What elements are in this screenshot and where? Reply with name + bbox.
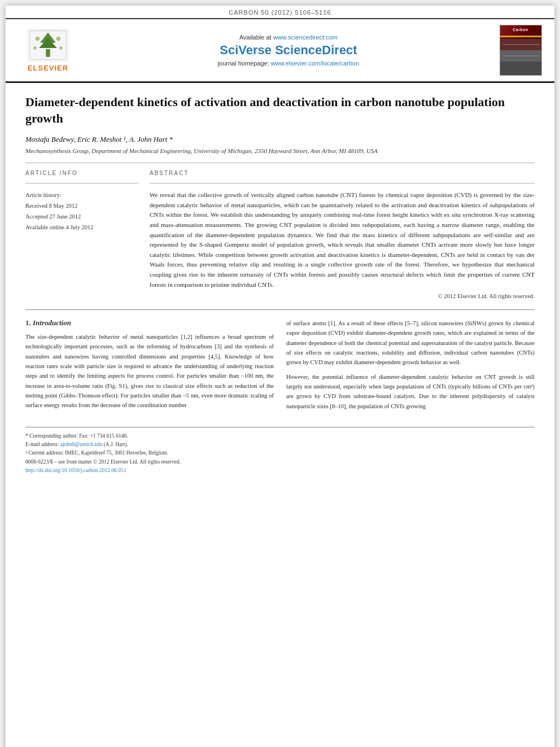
affiliation: Mechanosynthesis Group, Department of Me… <box>25 147 535 154</box>
body-left-column: 1. Introduction The size-dependent catal… <box>25 318 274 416</box>
homepage-url[interactable]: www.elsevier.com/locate/carbon <box>271 60 360 67</box>
abstract-text: We reveal that the collective growth of … <box>150 190 535 290</box>
article-info-label: ARTICLE INFO <box>25 170 138 176</box>
article-title: Diameter-dependent kinetics of activatio… <box>25 94 535 126</box>
copyright-line: © 2012 Elsevier Ltd. All rights reserved… <box>150 293 535 299</box>
svg-point-8 <box>59 46 63 50</box>
cover-title-text: Carbon <box>513 28 528 32</box>
elsevier-logo: ELSEVIER <box>17 25 79 76</box>
intro-title: Introduction <box>33 318 71 327</box>
svg-point-7 <box>33 46 37 50</box>
divider-4 <box>25 309 535 310</box>
intro-right-text: of surface atoms [1]. As a result of the… <box>286 318 535 411</box>
footnote-1: ¹ Current address: IMEC, Kapeldreef 75, … <box>25 449 535 457</box>
email-link[interactable]: ajohnh@umich.edu <box>60 442 102 447</box>
received-date: Received 8 May 2012 <box>25 201 138 212</box>
divider-1 <box>25 163 535 163</box>
divider-2 <box>25 183 138 184</box>
abstract-label: ABSTRACT <box>150 170 535 176</box>
journal-header: ELSEVIER Available at www.sciencedirect.… <box>6 19 554 83</box>
journal-citation-bar: CARBON 50 (2012) 5106–5116 <box>6 6 554 19</box>
cover-stripe-decoration <box>500 36 541 37</box>
intro-right-para-1: of surface atoms [1]. As a result of the… <box>286 318 535 368</box>
journal-citation: CARBON 50 (2012) 5106–5116 <box>229 9 331 16</box>
article-history: Article history: Received 8 May 2012 Acc… <box>25 190 138 233</box>
cover-image-area <box>500 39 541 75</box>
homepage-line: journal homepage: www.elsevier.com/locat… <box>218 60 360 67</box>
intro-section-number: 1. <box>25 318 31 327</box>
intro-para-1: The size-dependent catalytic behavior of… <box>25 332 274 410</box>
doi-link[interactable]: http://dx.doi.org/10.1016/j.carbon.2012.… <box>25 468 126 473</box>
main-content: Diameter-dependent kinetics of activatio… <box>6 83 554 486</box>
divider-3 <box>150 183 535 184</box>
email-attribution: (A.J. Hart). <box>104 442 128 447</box>
cover-image: Carbon <box>500 25 542 76</box>
svg-rect-2 <box>46 49 50 57</box>
footnote-doi: http://dx.doi.org/10.1016/j.carbon.2012.… <box>25 466 535 475</box>
sciverse-text: SciVerse ScienceDirect <box>220 43 357 57</box>
article-info-column: ARTICLE INFO Article history: Received 8… <box>25 170 138 299</box>
page: CARBON 50 (2012) 5106–5116 ELSEVIER <box>6 6 554 747</box>
intro-right-para-2: However, the potential influence of diam… <box>286 372 535 411</box>
intro-heading: 1. Introduction <box>25 318 274 327</box>
history-label: Article history: <box>25 190 138 201</box>
authors: Mostafa Bedewy, Eric R. Meshot ¹, A. Joh… <box>25 135 535 144</box>
available-online-date: Available online 4 July 2012 <box>25 222 138 233</box>
footnote-issn: 0008-6223/$ – see front matter © 2012 El… <box>25 458 535 466</box>
cover-graphic <box>500 39 542 76</box>
body-columns: 1. Introduction The size-dependent catal… <box>25 318 535 416</box>
body-right-column: of surface atoms [1]. As a result of the… <box>286 318 535 416</box>
available-at-text: Available at www.sciencedirect.com <box>239 34 338 41</box>
sciverse-logo-text: SciVerse ScienceDirect <box>220 43 357 58</box>
footnotes: * Corresponding author: Fax: +1 734 615 … <box>25 427 535 475</box>
svg-rect-12 <box>500 62 542 76</box>
elsevier-tree-icon <box>25 28 71 62</box>
journal-cover-thumbnail: Carbon <box>498 25 543 76</box>
abstract-column: ABSTRACT We reveal that the collective g… <box>150 170 535 299</box>
svg-point-6 <box>56 37 60 41</box>
accepted-date: Accepted 27 June 2012 <box>25 212 138 222</box>
intro-left-text: The size-dependent catalytic behavior of… <box>25 332 274 410</box>
sciencedirect-url[interactable]: www.sciencedirect.com <box>273 34 338 41</box>
sciverse-section: Available at www.sciencedirect.com SciVe… <box>85 25 492 76</box>
elsevier-brand-text: ELSEVIER <box>28 64 68 72</box>
footnote-corresponding: * Corresponding author: Fax: +1 734 615 … <box>25 432 535 440</box>
svg-point-5 <box>36 37 40 41</box>
footnote-email: E-mail address: ajohnh@umich.edu (A.J. H… <box>25 440 535 449</box>
article-info-abstract: ARTICLE INFO Article history: Received 8… <box>25 170 535 299</box>
